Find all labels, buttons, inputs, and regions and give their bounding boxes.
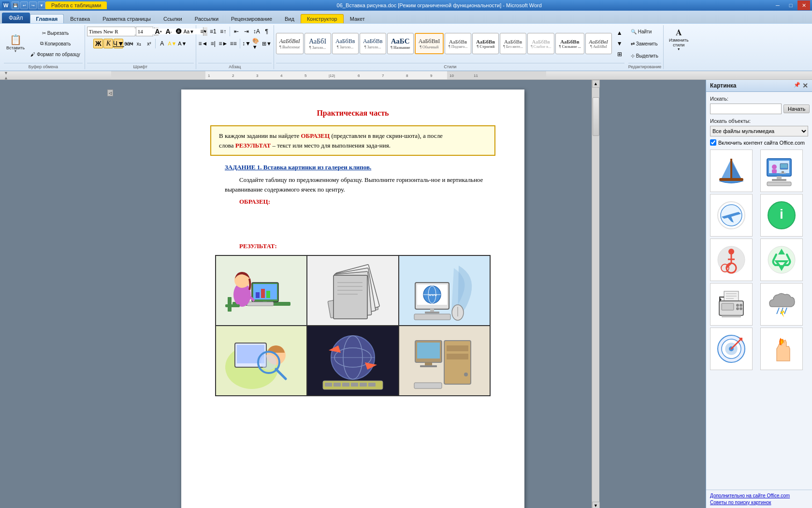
minimize-btn[interactable]: ─	[771, 0, 784, 10]
font-name-dropdown[interactable]: ▼	[87, 27, 135, 36]
maximize-btn[interactable]: □	[784, 0, 797, 10]
text-effects-btn[interactable]: A	[157, 39, 167, 48]
style-item-2[interactable]: АаБбВв¶ Заголо...	[332, 33, 359, 54]
style-item-11[interactable]: АаБбВвI¶ АаБбВвI	[585, 33, 612, 54]
bold-btn[interactable]: Ж	[93, 39, 103, 48]
format-painter-button[interactable]: 🖌 Формат по образцу	[28, 49, 83, 59]
undo-qat-btn[interactable]: ↩	[20, 1, 28, 9]
change-styles-button[interactable]: 𝐀 Изменить стили ▼	[667, 27, 691, 51]
italic-btn[interactable]: К	[103, 39, 113, 48]
strikethrough-btn[interactable]: зач	[124, 39, 133, 48]
office-link[interactable]: Дополнительно на сайте Office.com	[710, 493, 808, 498]
scroll-up-btn[interactable]: ▲	[592, 80, 600, 88]
style-item-8[interactable]: АаБбВв¶ Без инте...	[500, 33, 526, 54]
tab-file[interactable]: Файл	[2, 13, 30, 23]
svg-rect-3	[205, 71, 447, 80]
replace-button[interactable]: ⇄ Заменить	[628, 38, 660, 49]
scroll-down-btn[interactable]: ▼	[592, 502, 600, 508]
clip-item-storm[interactable]	[760, 283, 803, 326]
ruler-toggle[interactable]: ◁	[107, 90, 113, 96]
sort-btn[interactable]: ↕A	[252, 27, 261, 36]
tab-layout[interactable]: Разметка страницы	[96, 14, 157, 23]
font-grow-btn[interactable]: A+	[154, 27, 163, 36]
save-qat-btn[interactable]: 💾	[12, 1, 19, 9]
window-controls: ─ □ ✕	[771, 0, 810, 10]
svg-text:|12|: |12|	[329, 74, 335, 78]
increase-indent-btn[interactable]: ⇥	[242, 27, 251, 36]
copy-button[interactable]: ⧉ Копировать	[28, 39, 83, 48]
tips-link[interactable]: Советы по поиску картинок	[710, 500, 808, 505]
redo-qat-btn[interactable]: ↪	[29, 1, 37, 9]
borders-btn[interactable]: ⊞▼	[262, 39, 272, 48]
style-item-5[interactable]: АаБбВвI¶ Обычный	[415, 33, 444, 54]
close-btn[interactable]: ✕	[798, 0, 810, 10]
sidebar-close-btn[interactable]: ✕	[802, 82, 808, 90]
font-size-dropdown[interactable]: ▼	[136, 27, 153, 36]
multilevel-btn[interactable]: ≡↑	[218, 27, 228, 36]
align-left-btn[interactable]: ≡◄	[198, 39, 208, 48]
style-item-0[interactable]: АаБбВвI¶ Выделение	[276, 33, 304, 54]
scrollbar-thumb[interactable]	[593, 97, 599, 136]
clip-item-hand-fire[interactable]	[760, 328, 803, 370]
find-button[interactable]: 🔍 Найти	[628, 26, 654, 37]
vertical-scrollbar[interactable]: ▲ ▼	[592, 80, 599, 508]
style-item-6[interactable]: АаБбВв¶ Подзаго...	[445, 33, 471, 54]
style-item-1[interactable]: АаБбI¶ Заголо...	[304, 33, 331, 54]
tab-references[interactable]: Ссылки	[157, 14, 188, 23]
align-center-btn[interactable]: ≡|	[208, 39, 218, 48]
clip-item-accessibility[interactable]	[710, 239, 753, 281]
tab-mailings[interactable]: Рассылки	[188, 14, 225, 23]
highlight-btn[interactable]: A▼	[167, 39, 177, 48]
underline-btn[interactable]: Ч▼	[114, 39, 123, 48]
shading-btn[interactable]: 🎨▼	[252, 39, 261, 48]
clip-item-sailboat[interactable]	[710, 149, 753, 192]
sidebar-unpin-btn[interactable]: 📌	[794, 82, 800, 90]
tab-home[interactable]: Главная	[30, 14, 64, 23]
style-item-9[interactable]: АаБбВв¶ Слабое в...	[527, 33, 554, 54]
justify-btn[interactable]: ≡≡	[229, 39, 238, 48]
style-item-10[interactable]: АаБбВв¶ Сильное ...	[555, 33, 584, 54]
line-spacing-btn[interactable]: ↕▼	[242, 39, 251, 48]
style-item-7[interactable]: АаБбВв¶ Строгий	[472, 33, 499, 54]
clear-format-btn[interactable]: 🅐	[174, 27, 184, 36]
tab-insert[interactable]: Вставка	[64, 14, 96, 23]
clip-item-recycle[interactable]	[760, 239, 803, 281]
change-case-btn[interactable]: Аа▼	[184, 27, 194, 36]
paragraph-controls: ≡• ≡1 ≡↑ ⇤ ⇥ ↕A ¶ ≡◄ ≡| ≡► ≡≡ ↕▼ 🎨▼	[198, 25, 272, 62]
objects-select[interactable]: Все файлы мультимедиа	[710, 126, 808, 136]
tab-view[interactable]: Вид	[278, 14, 301, 23]
result-table[interactable]: www	[215, 255, 491, 396]
cut-button[interactable]: ✂ Вырезать	[28, 28, 83, 38]
styles-more[interactable]: ⊞	[615, 49, 624, 59]
style-item-3[interactable]: АаБбВв¶ Заголо...	[360, 33, 386, 54]
office-checkbox[interactable]	[710, 139, 716, 146]
align-right-btn[interactable]: ≡►	[218, 39, 228, 48]
styles-scroll-down[interactable]: ▼	[615, 39, 624, 48]
clip-item-info[interactable]: i	[760, 194, 803, 237]
tab-layout2[interactable]: Макет	[344, 14, 371, 23]
select-button[interactable]: ⊹ Выделить	[628, 50, 661, 61]
numbering-btn[interactable]: ≡1	[208, 27, 218, 36]
clip-item-target[interactable]	[710, 328, 753, 370]
svg-line-110	[777, 308, 779, 314]
search-start-btn[interactable]: Начать	[783, 105, 810, 113]
font-color-btn[interactable]: A▼	[177, 39, 187, 48]
style-item-4[interactable]: АаБС¶ Название	[387, 33, 414, 54]
clip-item-computer[interactable]	[760, 149, 803, 192]
font-shrink-btn[interactable]: A-	[164, 27, 174, 36]
show-marks-btn[interactable]: ¶	[262, 27, 272, 36]
clip-item-fax[interactable]	[710, 283, 753, 326]
tab-design[interactable]: Конструктор	[301, 14, 344, 23]
clip-item-airplane[interactable]	[710, 194, 753, 237]
decrease-indent-btn[interactable]: ⇤	[232, 27, 241, 36]
superscript-btn[interactable]: x²	[144, 39, 154, 48]
tab-review[interactable]: Рецензирование	[225, 14, 278, 23]
svg-rect-64	[351, 383, 358, 387]
sample-space	[210, 209, 495, 233]
styles-scroll-up[interactable]: ▲	[615, 28, 624, 38]
bullets-btn[interactable]: ≡•	[198, 27, 208, 36]
search-input[interactable]	[710, 104, 782, 114]
paste-button[interactable]: 📋 Вставить ▼	[4, 29, 27, 58]
subscript-btn[interactable]: x₂	[134, 39, 144, 48]
customize-qat-btn[interactable]: ▼	[38, 1, 45, 9]
